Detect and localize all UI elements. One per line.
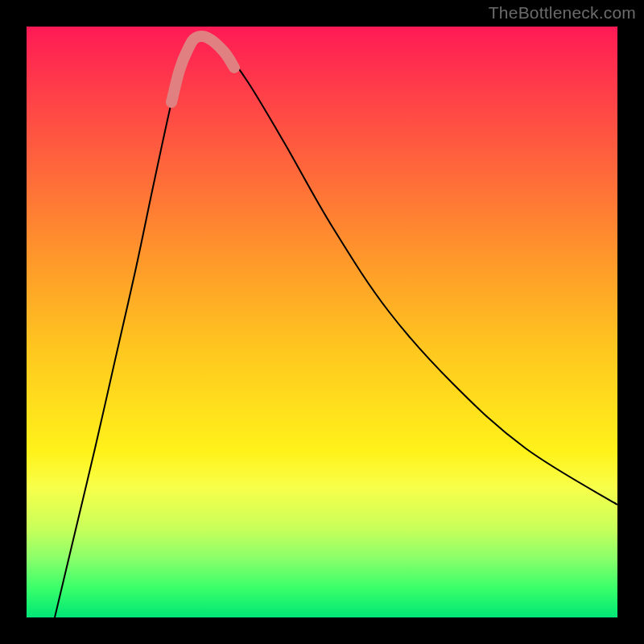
watermark-text: TheBottleneck.com <box>489 3 636 23</box>
bottleneck-chart <box>27 27 617 617</box>
good-fit-marker <box>171 36 234 102</box>
bottleneck-curve <box>55 36 617 617</box>
